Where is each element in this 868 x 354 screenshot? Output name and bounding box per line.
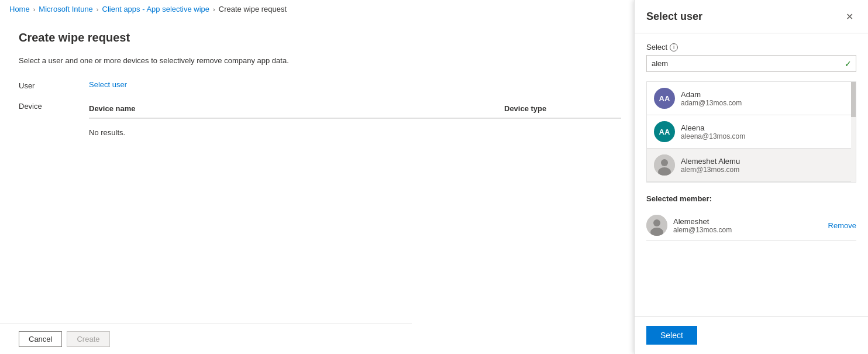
device-table: Device name Device type No results. [89,104,621,142]
device-table-header: Device name Device type [89,104,621,119]
breadcrumb-current: Create wipe request [219,5,287,13]
panel-header: Select user ✕ [635,0,868,33]
selected-member-left: Alemeshet alem@13mos.com [646,215,732,236]
scrollbar-thumb[interactable] [851,82,856,117]
users-list: AA Adam adam@13mos.com AA Aleena aleena@… [646,81,856,183]
user-form-row: User Select user [19,79,621,90]
user-value: Select user [89,79,621,90]
svg-point-4 [653,219,660,226]
user-item-alemeshet[interactable]: Alemeshet Alemu alem@13mos.com [647,149,856,182]
breadcrumb-sep-3: › [213,6,215,13]
main-content: Create wipe request Select a user and on… [0,17,640,354]
page-title: Create wipe request [19,31,621,44]
col-device-name: Device name [89,104,504,113]
col-device-type: Device type [504,104,621,113]
remove-button[interactable]: Remove [828,221,856,230]
user-item-aleena[interactable]: AA Aleena aleena@13mos.com [647,115,856,149]
user-name-adam: Adam [681,90,742,99]
select-button[interactable]: Select [646,326,697,345]
select-user-link[interactable]: Select user [89,80,127,89]
search-input-wrapper: ✓ [646,55,856,72]
selected-member-section: Selected member: Alemeshet alem@13mos.co… [646,194,856,241]
device-form-row: Device Device name Device type No result… [19,99,621,142]
create-button: Create [67,331,109,347]
user-info-alemeshet: Alemeshet Alemu alem@13mos.com [681,157,740,174]
device-label: Device [19,99,89,111]
breadcrumb-home[interactable]: Home [9,5,30,13]
avatar-aleena: AA [654,121,675,142]
user-email-alemeshet: alem@13mos.com [681,166,740,174]
svg-point-1 [661,159,668,166]
user-email-aleena: aleena@13mos.com [681,132,745,140]
panel-title: Select user [646,11,702,23]
info-icon: i [670,43,678,51]
selected-member-label: Selected member: [646,194,856,203]
user-info-aleena: Aleena aleena@13mos.com [681,123,745,140]
user-label: User [19,79,89,90]
search-input[interactable] [646,55,856,72]
avatar-alemeshet [654,154,675,176]
panel-footer: Select [635,316,868,354]
selected-member-item: Alemeshet alem@13mos.com Remove [646,210,856,241]
main-area: Create wipe request Select a user and on… [0,17,640,354]
description: Select a user and one or more devices to… [19,56,621,65]
user-name-aleena: Aleena [681,123,745,132]
user-info-adam: Adam adam@13mos.com [681,90,742,107]
avatar-adam: AA [654,88,675,109]
user-item-adam[interactable]: AA Adam adam@13mos.com [647,82,856,115]
close-button[interactable]: ✕ [842,9,856,23]
selected-member-name: Alemeshet [673,217,732,226]
breadcrumb-client-apps[interactable]: Client apps - App selective wipe [102,5,210,13]
device-value: Device name Device type No results. [89,99,621,142]
check-icon: ✓ [845,59,852,68]
selected-member-info: Alemeshet alem@13mos.com [673,217,732,234]
breadcrumb-intune[interactable]: Microsoft Intune [39,5,93,13]
footer-bar: Cancel Create [0,324,412,354]
scrollbar[interactable] [851,82,856,182]
search-label: Select i [646,43,856,51]
breadcrumb-sep-2: › [97,6,99,13]
cancel-button[interactable]: Cancel [19,331,62,347]
panel-body: Select i ✓ AA Adam adam@13mos.com AA Ale… [635,33,868,316]
select-user-panel: Select user ✕ Select i ✓ AA Adam adam@13… [634,0,868,354]
breadcrumb-sep-1: › [33,6,36,13]
selected-member-avatar [646,215,667,236]
selected-member-email: alem@13mos.com [673,226,732,234]
user-name-alemeshet: Alemeshet Alemu [681,157,740,166]
no-results: No results. [89,123,621,142]
user-email-adam: adam@13mos.com [681,99,742,107]
